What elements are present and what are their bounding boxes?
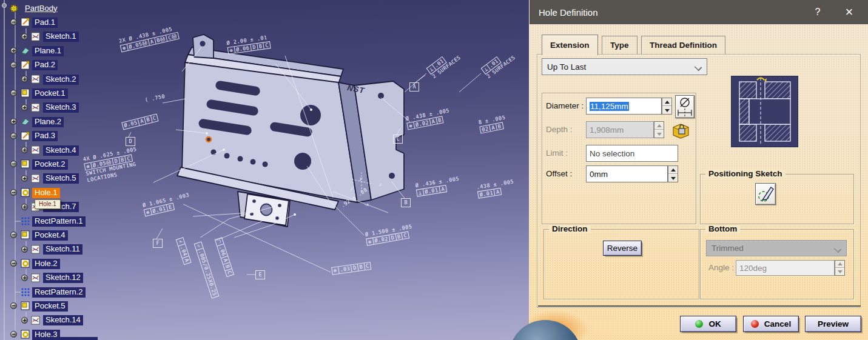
tree-item-sketch.11[interactable]: +Sketch.11 (0, 243, 82, 256)
tree-item-label[interactable]: Sketch.2 (43, 75, 79, 85)
tree-item-label[interactable]: Sketch.12 (43, 273, 83, 283)
tree-item-pad.1[interactable]: −Pad.1 (0, 16, 58, 29)
ok-status-icon (695, 320, 703, 328)
tree-item-label[interactable]: Plane.2 (32, 117, 64, 127)
tree-item-label[interactable]: Hole.1 (32, 188, 60, 198)
tree-item-label[interactable]: Sketch.14 (43, 315, 83, 325)
tree-item-label[interactable]: PartBody (22, 4, 59, 14)
collapse-icon[interactable]: − (10, 260, 17, 267)
tree-item-label[interactable]: RectPattern.1 (32, 216, 86, 227)
close-button[interactable]: × (835, 0, 863, 24)
tree-item-sketch.5[interactable]: +Sketch.5 (0, 172, 79, 185)
expand-icon[interactable]: + (21, 204, 28, 210)
tree-item-rectpattern.2[interactable]: RectPattern.2 (0, 285, 86, 299)
offset-stepper[interactable] (668, 165, 678, 182)
positioning-sketch-button[interactable] (755, 183, 776, 205)
expand-icon[interactable]: + (21, 104, 28, 111)
tree-item-hole.1[interactable]: −Hole.1 (0, 186, 60, 199)
tree-item-sketch.2[interactable]: +Sketch.2 (0, 73, 79, 86)
collapse-icon[interactable]: − (10, 133, 17, 139)
tree-item-plane.2[interactable]: +Plane.2 (0, 115, 64, 128)
tree-item-sketch.1[interactable]: +Sketch.1 (0, 30, 79, 44)
tree-item-sketch.3[interactable]: +Sketch.3 (0, 101, 79, 115)
tab-thread-definition[interactable]: Thread Definition (641, 36, 725, 54)
tree-item-label[interactable]: Pad.3 (32, 131, 58, 141)
positioning-sketch-title: Positioning Sketch (705, 169, 786, 178)
pocket-icon (21, 159, 30, 169)
extension-type-dropdown[interactable]: Up To Last (542, 58, 707, 75)
tree-item-label[interactable]: Hole.2 (32, 259, 60, 269)
offset-input[interactable]: 0mm (586, 165, 668, 182)
axis-label: x (378, 182, 382, 187)
tree-item-rectpattern.1[interactable]: RectPattern.1 (0, 215, 86, 228)
collapse-icon[interactable]: − (10, 62, 17, 68)
reverse-button[interactable]: Reverse (603, 241, 642, 256)
depth-label: Depth : (546, 125, 573, 134)
preview-button[interactable]: Preview (805, 316, 861, 332)
tree-item-label[interactable]: Sketch.5 (43, 173, 79, 184)
expand-icon[interactable]: + (10, 118, 17, 125)
tab-type[interactable]: Type (602, 36, 638, 54)
expand-icon[interactable]: + (21, 246, 28, 253)
collapse-icon[interactable]: − (10, 302, 17, 309)
collapse-icon[interactable]: − (10, 90, 17, 96)
tree-item-label[interactable]: RectPattern.2 (32, 287, 86, 298)
diameter-stepper[interactable] (662, 98, 672, 115)
3d-viewport[interactable]: NST (0, 0, 529, 340)
tree-item-pad.3[interactable]: −Pad.3 (0, 130, 58, 143)
tree-item-pad.2[interactable]: −Pad.2 (0, 59, 58, 72)
tab-extension[interactable]: Extension (542, 35, 598, 55)
expand-icon[interactable]: + (21, 33, 28, 40)
tree-item-label[interactable]: Pad.2 (32, 60, 58, 70)
collapse-icon[interactable]: − (10, 161, 17, 167)
tree-item-label[interactable]: Sketch.4 (43, 145, 79, 156)
limit-input[interactable]: No selection (586, 145, 678, 162)
expand-icon[interactable]: + (21, 175, 28, 182)
expand-icon[interactable]: + (21, 275, 28, 281)
hole-icon (21, 259, 30, 268)
collapse-icon[interactable]: − (10, 232, 17, 238)
help-button[interactable]: ? (804, 0, 832, 24)
collapse-icon[interactable]: − (10, 331, 17, 338)
tree-item-sketch.12[interactable]: +Sketch.12 (0, 272, 83, 285)
expand-icon[interactable]: + (21, 76, 28, 82)
tree-item-label[interactable]: Plane.1 (32, 46, 64, 56)
collapse-icon[interactable]: − (10, 19, 17, 25)
tree-item-label[interactable]: Pocket.5 (32, 301, 68, 312)
expand-icon[interactable]: + (21, 147, 28, 153)
tree-item-pocket.5[interactable]: −Pocket.5 (0, 299, 68, 313)
datum-flag-c: C (393, 135, 403, 144)
bottom-title: Bottom (705, 224, 740, 233)
tree-item-hole.2[interactable]: −Hole.2 (0, 257, 60, 270)
application-window: NST (0, 0, 868, 340)
sketch-icon (31, 75, 41, 84)
tree-item-pocket.4[interactable]: −Pocket.4 (0, 228, 68, 242)
tree-item-label[interactable]: Sketch.11 (43, 244, 82, 255)
expand-icon[interactable]: + (10, 47, 17, 54)
angle-label: Angle : (708, 263, 734, 272)
tree-item-sketch.4[interactable]: +Sketch.4 (0, 144, 79, 157)
tree-item-label[interactable]: Pocket.4 (32, 230, 68, 241)
plane-icon (21, 46, 30, 56)
tree-item-label[interactable]: Sketch.3 (43, 102, 79, 113)
cancel-button[interactable]: Cancel (743, 316, 799, 332)
selected-hole-highlight (206, 137, 211, 142)
expand-icon[interactable]: + (21, 317, 28, 324)
tree-item-plane.1[interactable]: +Plane.1 (0, 44, 64, 58)
tree-item-pocket.2[interactable]: −Pocket.2 (0, 158, 68, 171)
tree-item-label[interactable]: Pocket.2 (32, 159, 68, 170)
ok-button[interactable]: OK (680, 316, 736, 332)
feature-tree[interactable]: PartBody−Pad.1+Sketch.1+Plane.1−Pad.2+Sk… (0, 0, 115, 340)
datum-flag-d: D (126, 137, 135, 146)
tree-item-label[interactable]: Sketch.1 (43, 32, 79, 42)
collapse-icon[interactable]: − (10, 189, 17, 196)
diameter-input[interactable]: 11,125mm (586, 98, 662, 115)
tree-item-label[interactable]: Pocket.1 (32, 88, 68, 99)
sketch-icon (31, 32, 41, 42)
tree-item-sketch.14[interactable]: +Sketch.14 (0, 314, 83, 327)
tree-item-partbody[interactable]: PartBody (0, 2, 59, 15)
tree-item-label[interactable]: Pad.1 (32, 18, 58, 28)
limit-label: Limit : (546, 148, 568, 158)
tree-item-pocket.1[interactable]: −Pocket.1 (0, 87, 68, 100)
diameter-dimension-button[interactable] (675, 95, 695, 118)
